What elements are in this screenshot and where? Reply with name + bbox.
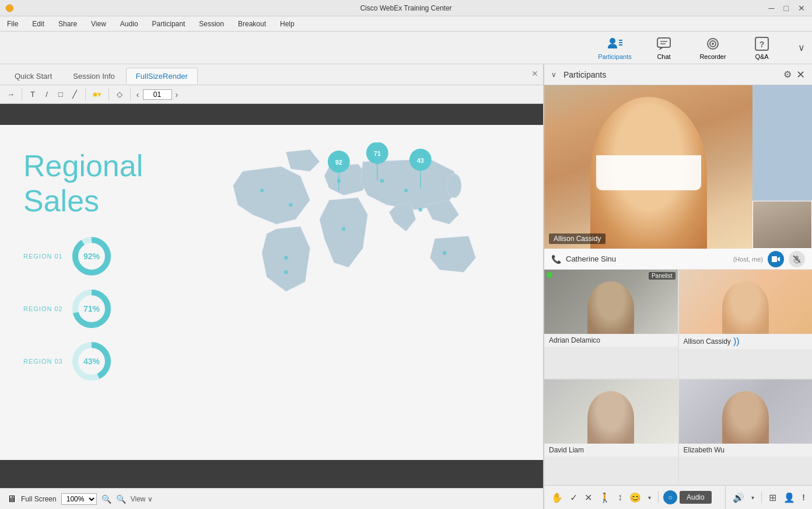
elizabeth-name: Elizabeth Wu	[679, 444, 813, 456]
participants-title: Participants	[564, 70, 779, 79]
small-video-person	[753, 201, 811, 248]
layout-button[interactable]: ⊞	[766, 490, 779, 505]
eraser-tool-button[interactable]: ◇	[114, 89, 125, 100]
svg-point-9	[712, 43, 714, 45]
collapse-button[interactable]: ∨	[551, 71, 556, 79]
region-01-label: REGION 01	[23, 253, 64, 260]
close-button[interactable]: ✕	[796, 4, 807, 13]
region-01-value: 92%	[83, 252, 100, 261]
participant-cell-david: David Liam	[544, 379, 678, 486]
rect-tool-button[interactable]: □	[55, 89, 66, 100]
menu-file[interactable]: File	[5, 19, 20, 29]
tab-quick-start[interactable]: Quick Start	[5, 68, 62, 85]
next-page-button[interactable]: ›	[174, 89, 180, 100]
video-button[interactable]	[768, 251, 784, 267]
menu-bar: File Edit Share View Audio Participant S…	[0, 16, 812, 32]
check-button[interactable]: ✓	[568, 490, 580, 505]
menu-audio[interactable]: Audio	[118, 19, 141, 29]
participant-cell-allison: Allison Cassidy ))	[679, 270, 813, 378]
tab-close-button[interactable]: ✕	[531, 69, 538, 78]
emoji-dropdown-button[interactable]: ▾	[646, 492, 653, 503]
svg-point-0	[610, 38, 615, 44]
drawing-toolbar: → T / □ ╱ ■▾ ◇ ‹ ›	[0, 85, 543, 104]
menu-session[interactable]: Session	[197, 19, 226, 29]
name-badge: Allison Cassidy	[549, 233, 606, 244]
prev-page-button[interactable]: ‹	[135, 89, 141, 100]
menu-view[interactable]: View	[89, 19, 108, 29]
arrow-tool-button[interactable]: →	[5, 89, 17, 100]
main-layout: Quick Start Session Info FullSizeRender …	[0, 64, 812, 509]
tab-qa[interactable]: ? Q&A	[744, 36, 779, 60]
tab-full-size-render[interactable]: FullSizeRender	[126, 68, 198, 85]
walk-button[interactable]: 🚶	[597, 490, 613, 505]
menu-share[interactable]: Share	[56, 19, 79, 29]
line-tool-button[interactable]: /	[41, 89, 52, 100]
menu-participant[interactable]: Participant	[150, 19, 188, 29]
adrian-name: Adrian Delamico	[544, 334, 678, 347]
svg-text:?: ?	[760, 40, 765, 49]
tab-recorder[interactable]: Recorder	[695, 36, 730, 60]
phone-icon: 📞	[551, 254, 561, 264]
arrows-button[interactable]: ↕	[615, 490, 625, 505]
qa-label: Q&A	[755, 53, 768, 60]
video-area: Allison Cassidy	[544, 85, 812, 249]
hand-button[interactable]: ✋	[549, 490, 565, 505]
separator-2	[761, 491, 762, 503]
pen-tool-button[interactable]: ╱	[69, 89, 80, 100]
user-button[interactable]: 👤	[781, 490, 797, 505]
tab-participants[interactable]: Participants	[597, 36, 632, 60]
view-dropdown-button[interactable]: View ∨	[131, 495, 153, 503]
window-controls: ─ □ ✕	[766, 4, 807, 13]
slide-content: Regional Sales REGION 01 92%	[0, 125, 543, 460]
speaker-dropdown-button[interactable]: ▾	[749, 492, 757, 503]
region-03-item: REGION 03 43%	[23, 341, 187, 382]
emoji-button[interactable]: 😊	[627, 490, 643, 505]
slide-inner: Regional Sales REGION 01 92%	[23, 142, 520, 442]
tab-bar: Quick Start Session Info FullSizeRender …	[0, 64, 543, 85]
speaker-button[interactable]: 🔊	[730, 490, 747, 505]
main-video	[544, 85, 752, 249]
menu-breakout[interactable]: Breakout	[236, 19, 268, 29]
menu-edit[interactable]: Edit	[30, 19, 47, 29]
x-button[interactable]: ✕	[582, 490, 594, 505]
maximize-button[interactable]: □	[782, 4, 791, 13]
svg-point-25	[342, 227, 346, 231]
svg-text:71: 71	[374, 150, 381, 157]
audio-button[interactable]: Audio	[680, 491, 712, 504]
panel-close-button[interactable]: ✕	[796, 68, 805, 81]
zoom-in-button[interactable]: 🔍	[116, 494, 126, 504]
region-02-value: 71%	[83, 304, 100, 313]
minimize-button[interactable]: ─	[766, 4, 777, 13]
zoom-out-button[interactable]: 🔍	[102, 494, 111, 504]
toolbar-separator-3	[108, 89, 109, 100]
online-status-dot	[547, 272, 552, 278]
svg-point-20	[289, 203, 293, 207]
more-icon[interactable]: ∨	[798, 42, 805, 53]
gear-icon[interactable]: ⚙	[783, 69, 792, 80]
circle-icon-button[interactable]: ○	[663, 490, 677, 504]
mac-close-btn[interactable]	[6, 4, 13, 12]
recorder-icon	[705, 36, 721, 52]
slide-top-bar	[0, 104, 543, 125]
mute-button[interactable]	[789, 251, 805, 267]
info-button[interactable]: !	[800, 490, 807, 504]
title-bar: Cisco WebEx Training Center ─ □ ✕	[0, 0, 812, 16]
david-person	[587, 391, 634, 444]
slide-left: Regional Sales REGION 01 92%	[23, 142, 187, 442]
page-number-input[interactable]	[143, 89, 172, 100]
chat-icon	[656, 36, 672, 52]
menu-help[interactable]: Help	[278, 19, 297, 29]
right-panel: ∨ Participants ⚙ ✕ Allison Cassidy 📞 Cat…	[544, 64, 812, 509]
bottom-right-actions: 🔊 ▾ ⊞ 👤 !	[725, 486, 812, 509]
color-tool-button[interactable]: ■▾	[90, 89, 104, 100]
small-video	[752, 201, 812, 249]
participants-header: ∨ Participants ⚙ ✕	[544, 64, 812, 85]
window-title: Cisco WebEx Training Center	[360, 4, 452, 12]
tab-session-info[interactable]: Session Info	[63, 68, 125, 85]
region-01-donut: 92%	[71, 236, 112, 277]
text-tool-button[interactable]: T	[27, 89, 38, 100]
host-bar: 📞 Catherine Sinu (Host, me)	[544, 249, 812, 270]
zoom-select[interactable]: 100% 75% 150%	[61, 493, 97, 505]
tab-chat[interactable]: Chat	[646, 36, 681, 60]
audio-stream-icon: ○	[668, 493, 672, 501]
